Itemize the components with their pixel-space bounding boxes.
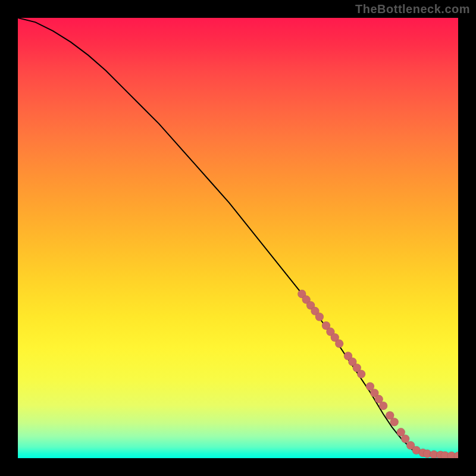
marker-point: [379, 402, 387, 410]
watermark-text: TheBottleneck.com: [355, 2, 470, 16]
marker-point: [357, 370, 365, 378]
marker-point: [315, 312, 324, 321]
chart-frame: TheBottleneck.com: [0, 0, 476, 476]
marker-point: [390, 418, 399, 426]
marker-point: [335, 340, 343, 348]
curve-line: [18, 18, 458, 456]
chart-svg: [18, 18, 458, 458]
plot-area: [18, 18, 458, 458]
markers-group: [298, 290, 458, 458]
marker-point: [401, 434, 409, 443]
